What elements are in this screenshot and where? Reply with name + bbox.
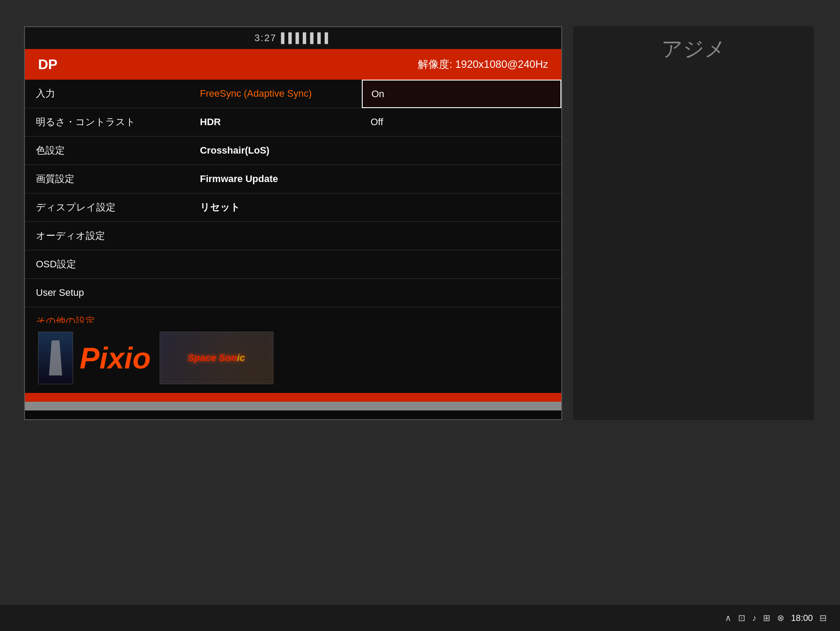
- mid-item-empty3: [191, 279, 362, 307]
- mid-item-empty2: [191, 250, 362, 279]
- menu-item-brightness[interactable]: 明るさ・コントラスト: [25, 108, 191, 137]
- header-bar: DP 解像度: 1920x1080@240Hz: [25, 49, 561, 80]
- status-bar: 3:27 ▌▌▌▌▌▌▌: [25, 27, 561, 49]
- right-item-empty4: [362, 222, 561, 250]
- mid-item-crosshair[interactable]: Crosshair(LoS): [191, 137, 362, 165]
- taskbar-time: 18:00: [791, 613, 813, 623]
- taskbar: ∧ ⊡ ♪ ⊞ ⊗ 18:00 ⊟: [0, 605, 840, 631]
- space-sonic-area: Space Sonic: [160, 332, 273, 384]
- menu-item-input[interactable]: 入力: [25, 80, 191, 108]
- right-item-empty5: [362, 250, 561, 279]
- menu-area: 入力 明るさ・コントラスト 色設定 画質設定 ディスプレイ設定 オーディオ設定 …: [25, 80, 561, 364]
- taskbar-chevron-icon: ∧: [725, 613, 732, 623]
- time-display: 3:27: [255, 32, 277, 44]
- taskbar-message-icon[interactable]: ⊟: [819, 613, 827, 623]
- header-resolution: 解像度: 1920x1080@240Hz: [418, 57, 548, 71]
- taskbar-x-icon[interactable]: ⊗: [777, 613, 784, 623]
- mid-item-hdr[interactable]: HDR: [191, 108, 362, 137]
- right-item-off[interactable]: Off: [362, 108, 561, 137]
- battery-display: ▌▌▌▌▌▌▌: [281, 32, 332, 44]
- left-menu: 入力 明るさ・コントラスト 色設定 画質設定 ディスプレイ設定 オーディオ設定 …: [25, 80, 191, 364]
- mid-item-empty1: [191, 222, 362, 250]
- space-sonic-label: Space Sonic: [188, 352, 245, 364]
- bottom-red-bar: [25, 393, 561, 402]
- menu-item-osd[interactable]: OSD設定: [25, 250, 191, 279]
- header-title: DP: [38, 56, 418, 73]
- menu-item-user-setup[interactable]: User Setup: [25, 279, 191, 307]
- thumbnail-image: [38, 332, 73, 384]
- mid-item-reset[interactable]: リセット: [191, 193, 362, 222]
- right-item-on[interactable]: On: [362, 80, 561, 108]
- menu-item-color[interactable]: 色設定: [25, 137, 191, 165]
- right-menu: On Off: [362, 80, 561, 364]
- right-item-empty6: [362, 279, 561, 307]
- right-item-empty1: [362, 137, 561, 165]
- taskbar-network-icon[interactable]: ⊞: [763, 613, 770, 623]
- right-item-empty3: [362, 193, 561, 222]
- right-panel: アジメ: [573, 26, 814, 420]
- right-item-empty2: [362, 165, 561, 193]
- bottom-gray-bar: [25, 402, 561, 410]
- menu-item-display[interactable]: ディスプレイ設定: [25, 193, 191, 222]
- mid-menu: FreeSync (Adaptive Sync) HDR Crosshair(L…: [191, 80, 362, 364]
- menu-item-audio[interactable]: オーディオ設定: [25, 222, 191, 250]
- taskbar-monitor-icon[interactable]: ⊡: [738, 613, 746, 623]
- monitor-osd: 3:27 ▌▌▌▌▌▌▌ DP 解像度: 1920x1080@240Hz 入力 …: [24, 26, 562, 420]
- bottom-area: Pixio Space Sonic: [25, 323, 561, 393]
- mid-item-firmware[interactable]: Firmware Update: [191, 165, 362, 193]
- pixio-logo: Pixio: [80, 341, 151, 375]
- menu-item-picture[interactable]: 画質設定: [25, 165, 191, 193]
- right-panel-text: アジメ: [662, 35, 726, 63]
- mid-item-freesync[interactable]: FreeSync (Adaptive Sync): [191, 80, 362, 108]
- taskbar-volume-icon[interactable]: ♪: [752, 613, 756, 623]
